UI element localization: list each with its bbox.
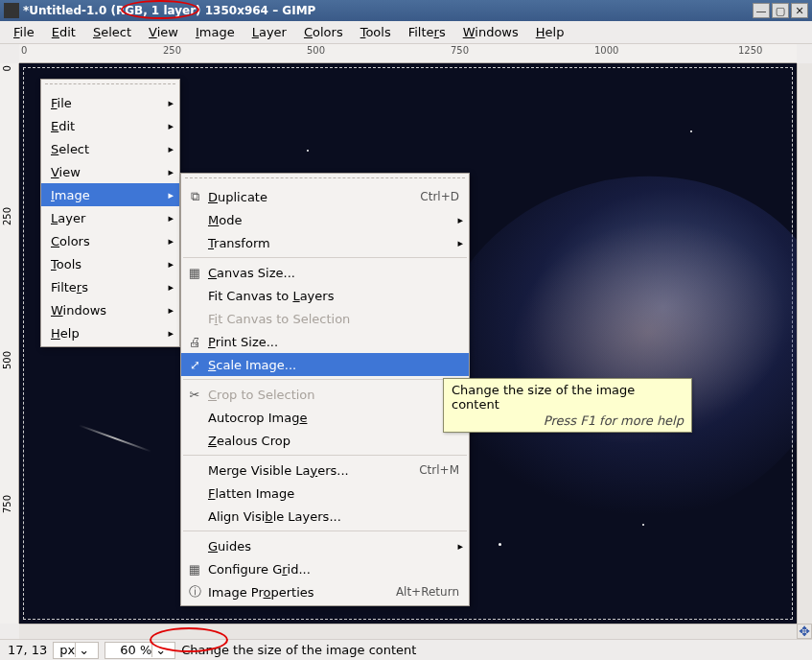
ctx-tools[interactable]: Tools▸ <box>41 252 179 275</box>
ruler-v-label: 750 <box>2 495 12 513</box>
chevron-right-icon: ▸ <box>168 189 174 201</box>
window-titlebar: *Untitled-1.0 (RGB, 1 layer) 1350x964 – … <box>0 0 812 21</box>
zoom-value: 60 % <box>120 643 151 657</box>
tooltip-help-hint: Press F1 for more help <box>452 413 684 428</box>
chevron-right-icon: ▸ <box>168 304 174 317</box>
chevron-right-icon: ▸ <box>457 237 463 249</box>
menu-edit[interactable]: Edit <box>44 22 83 42</box>
unit-selector[interactable]: px ⌄ <box>53 642 99 659</box>
chevron-right-icon: ▸ <box>168 143 174 155</box>
menu-tear-off[interactable] <box>45 83 175 89</box>
menu-view[interactable]: View <box>141 22 186 42</box>
scrollbar-horizontal[interactable] <box>19 624 797 639</box>
tooltip: Change the size of the image content Pre… <box>443 378 692 433</box>
zoom-selector[interactable]: 60 % ⌄ <box>104 642 175 659</box>
menu-colors[interactable]: Colors <box>296 22 351 42</box>
chevron-right-icon: ▸ <box>457 540 463 553</box>
submenu-zealous-crop[interactable]: Zealous Crop <box>181 429 469 452</box>
canvas-content-star <box>499 543 501 546</box>
menu-select[interactable]: Select <box>85 22 139 42</box>
ruler-h-label: 0 <box>21 45 27 56</box>
submenu-fit-canvas-layers[interactable]: Fit Canvas to Layers <box>181 284 469 307</box>
submenu-merge-visible[interactable]: Merge Visible Layers...Ctrl+M <box>181 459 469 482</box>
cursor-coordinates: 17, 13 <box>8 643 47 657</box>
scrollbar-vertical[interactable] <box>797 63 812 624</box>
chevron-right-icon: ▸ <box>168 327 174 340</box>
submenu-mode[interactable]: Mode▸ <box>181 208 469 231</box>
ctx-view[interactable]: View▸ <box>41 160 179 183</box>
submenu-align-visible[interactable]: Align Visible Layers... <box>181 505 469 528</box>
menu-tear-off[interactable] <box>185 177 465 183</box>
ruler-h-label: 750 <box>451 45 469 56</box>
submenu-duplicate[interactable]: ⧉DuplicateCtrl+D <box>181 185 469 208</box>
minimize-button[interactable]: — <box>753 3 770 18</box>
submenu-transform[interactable]: Transform▸ <box>181 231 469 254</box>
menu-help[interactable]: Help <box>528 22 572 42</box>
status-hint: Change the size of the image content <box>181 643 416 657</box>
ctx-select[interactable]: Select▸ <box>41 137 179 160</box>
ruler-h-label: 250 <box>163 45 181 56</box>
print-size-icon: 🖨 <box>187 335 202 349</box>
chevron-right-icon: ▸ <box>457 214 463 226</box>
ctx-file[interactable]: File▸ <box>41 91 179 114</box>
chevron-right-icon: ▸ <box>168 166 174 178</box>
menu-separator <box>183 257 467 258</box>
tooltip-text: Change the size of the image content <box>452 383 684 412</box>
chevron-down-icon: ⌄ <box>151 643 169 657</box>
submenu-canvas-size[interactable]: ▦Canvas Size... <box>181 261 469 284</box>
accelerator-label: Ctrl+D <box>420 190 459 203</box>
app-icon <box>4 3 19 18</box>
menu-tools[interactable]: Tools <box>353 22 399 42</box>
ctx-colors[interactable]: Colors▸ <box>41 229 179 252</box>
menu-separator <box>183 530 467 531</box>
ctx-image[interactable]: Image▸ <box>41 183 179 206</box>
navigation-icon[interactable]: ✥ <box>797 624 812 639</box>
submenu-fit-canvas-selection: Fit Canvas to Selection <box>181 307 469 330</box>
ctx-filters[interactable]: Filters▸ <box>41 275 179 298</box>
ruler-vertical[interactable]: 0 250 500 750 <box>0 63 19 624</box>
chevron-right-icon: ▸ <box>168 281 174 294</box>
crop-icon: ✂ <box>187 388 202 402</box>
scale-icon: ⤢ <box>187 358 202 372</box>
submenu-scale-image[interactable]: ⤢Scale Image... <box>181 353 469 376</box>
ruler-h-label: 1000 <box>594 45 618 56</box>
maximize-button[interactable]: ▢ <box>772 3 789 18</box>
window-title: *Untitled-1.0 (RGB, 1 layer) 1350x964 – … <box>23 4 753 17</box>
chevron-right-icon: ▸ <box>168 97 174 109</box>
ctx-windows[interactable]: Windows▸ <box>41 298 179 321</box>
submenu-autocrop[interactable]: Autocrop Image <box>181 406 469 429</box>
ruler-horizontal[interactable]: 0 250 500 750 1000 1250 <box>19 44 797 63</box>
close-button[interactable]: ✕ <box>791 3 808 18</box>
properties-icon: ⓘ <box>187 583 202 601</box>
ctx-edit[interactable]: Edit▸ <box>41 114 179 137</box>
chevron-right-icon: ▸ <box>168 235 174 248</box>
image-submenu: ⧉DuplicateCtrl+D Mode▸ Transform▸ ▦Canva… <box>180 173 470 606</box>
ctx-help[interactable]: Help▸ <box>41 321 179 344</box>
ruler-v-label: 250 <box>2 207 12 225</box>
accelerator-label: Alt+Return <box>396 585 459 599</box>
chevron-right-icon: ▸ <box>168 120 174 132</box>
unit-value: px <box>59 643 75 657</box>
menu-windows[interactable]: Windows <box>455 22 526 42</box>
menu-file[interactable]: File <box>6 22 42 42</box>
menu-layer[interactable]: Layer <box>244 22 294 42</box>
ctx-layer[interactable]: Layer▸ <box>41 206 179 229</box>
menu-filters[interactable]: Filters <box>401 22 453 42</box>
canvas-size-icon: ▦ <box>187 266 202 280</box>
menu-image[interactable]: Image <box>188 22 243 42</box>
chevron-right-icon: ▸ <box>168 258 174 271</box>
context-menu: File▸ Edit▸ Select▸ View▸ Image▸ Layer▸ … <box>40 79 180 347</box>
submenu-guides[interactable]: Guides▸ <box>181 534 469 557</box>
submenu-print-size[interactable]: 🖨Print Size... <box>181 330 469 353</box>
submenu-crop-selection: ✂Crop to Selection <box>181 383 469 406</box>
status-bar: 17, 13 px ⌄ 60 % ⌄ Change the size of th… <box>0 639 812 660</box>
duplicate-icon: ⧉ <box>187 189 202 204</box>
grid-icon: ▦ <box>187 562 202 577</box>
submenu-configure-grid[interactable]: ▦Configure Grid... <box>181 557 469 580</box>
submenu-image-properties[interactable]: ⓘImage PropertiesAlt+Return <box>181 580 469 603</box>
menu-bar: File Edit Select View Image Layer Colors… <box>0 21 812 44</box>
submenu-flatten[interactable]: Flatten Image <box>181 482 469 505</box>
chevron-down-icon: ⌄ <box>75 643 92 657</box>
ruler-h-label: 1250 <box>738 45 762 56</box>
accelerator-label: Ctrl+M <box>419 463 459 477</box>
